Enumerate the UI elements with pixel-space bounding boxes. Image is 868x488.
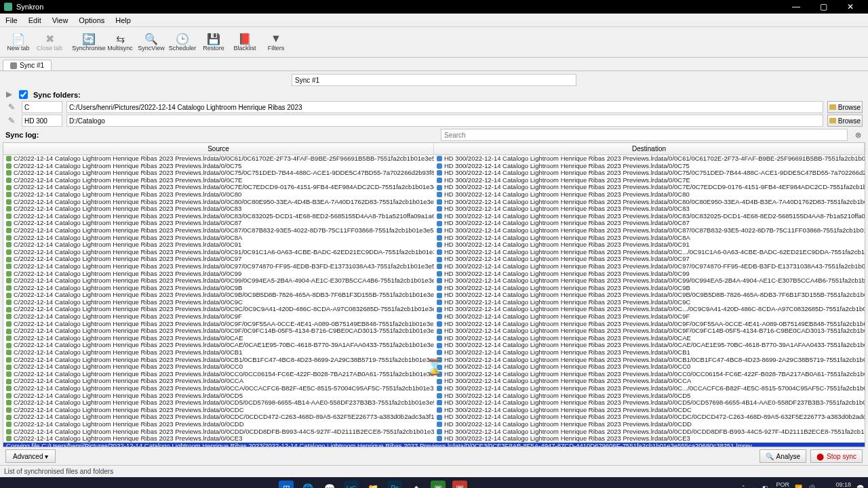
syncview-button[interactable]: 🔍SyncView xyxy=(136,27,167,58)
table-row[interactable]: C/2022-12-14 Catalogo Lightroom Henrique… xyxy=(3,177,865,184)
folder1-browse-button[interactable]: Browse xyxy=(827,101,863,113)
edit-icon[interactable]: ✎ xyxy=(5,102,18,112)
synchronise-button[interactable]: 🔄Synchronise xyxy=(73,27,104,58)
taskbar-lrc-icon[interactable]: LrC xyxy=(344,481,359,488)
menu-options[interactable]: Options xyxy=(73,16,110,24)
newtab-button[interactable]: 📄New tab xyxy=(3,27,34,58)
closetab-button[interactable]: ✖Close tab xyxy=(34,27,65,58)
table-row[interactable]: C/2022-12-14 Catalogo Lightroom Henrique… xyxy=(3,277,865,285)
table-row[interactable]: C/2022-12-14 Catalogo Lightroom Henrique… xyxy=(3,378,865,385)
analyse-button[interactable]: 🔍Analyse xyxy=(760,449,807,463)
filters-button[interactable]: ▼Filters xyxy=(260,27,292,58)
table-row[interactable]: C/2022-12-14 Catalogo Lightroom Henrique… xyxy=(3,184,865,191)
table-row[interactable]: C/2022-12-14 Catalogo Lightroom Henrique… xyxy=(3,205,865,213)
menu-file[interactable]: File xyxy=(0,16,23,24)
folder1-label-input[interactable] xyxy=(22,101,62,113)
table-row[interactable]: C/2022-12-14 Catalogo Lightroom Henrique… xyxy=(3,285,865,292)
stopsync-button[interactable]: ⬤Stop sync xyxy=(810,449,863,463)
edit-icon[interactable]: ✎ xyxy=(5,116,18,125)
taskbar-app1-icon[interactable]: ◆ xyxy=(409,481,424,488)
table-row[interactable]: C/2022-12-14 Catalogo Lightroom Henrique… xyxy=(3,270,865,278)
table-row[interactable]: C/2022-12-14 Catalogo Lightroom Henrique… xyxy=(3,342,865,349)
close-button[interactable]: ✕ xyxy=(837,2,864,12)
table-row[interactable]: C/2022-12-14 Catalogo Lightroom Henrique… xyxy=(3,227,865,235)
clear-search-icon[interactable]: ⊗ xyxy=(853,131,863,140)
syncfolders-checkbox[interactable] xyxy=(19,90,28,99)
tray-icon[interactable]: ◧ xyxy=(762,485,768,488)
col-destination[interactable]: Destination xyxy=(434,143,865,155)
expand-arrow-icon[interactable]: ⯈ xyxy=(5,91,14,99)
toolbar: 📄New tab ✖Close tab 🔄Synchronise ⇆Multis… xyxy=(0,27,868,58)
tray-wifi-icon[interactable]: 📶 xyxy=(795,485,802,488)
taskbar-start-icon[interactable]: ⊞ xyxy=(279,481,294,488)
tray-lang[interactable]: POR PTB2 xyxy=(774,481,789,488)
taskbar-ps-icon[interactable]: Ps xyxy=(387,481,402,488)
table-row[interactable]: C/2022-12-14 Catalogo Lightroom Henrique… xyxy=(3,371,865,378)
table-row[interactable]: C/2022-12-14 Catalogo Lightroom Henrique… xyxy=(3,399,865,407)
table-row[interactable]: C/2022-12-14 Catalogo Lightroom Henrique… xyxy=(3,357,865,364)
restore-button[interactable]: 💾Restore xyxy=(198,27,229,58)
minimize-button[interactable]: ― xyxy=(783,2,810,12)
advanced-button[interactable]: Advanced ▾ xyxy=(5,449,56,463)
status-text: List of synchronised files and folders xyxy=(4,468,113,475)
table-row[interactable]: C/2022-12-14 Catalogo Lightroom Henrique… xyxy=(3,435,865,443)
blacklist-button[interactable]: 📕Blacklist xyxy=(229,27,260,58)
table-row[interactable]: C/2022-12-14 Catalogo Lightroom Henrique… xyxy=(3,313,865,321)
log-body[interactable]: C/2022-12-14 Catalogo Lightroom Henrique… xyxy=(3,155,865,447)
table-row[interactable]: C/2022-12-14 Catalogo Lightroom Henrique… xyxy=(3,392,865,400)
table-row[interactable]: C/2022-12-14 Catalogo Lightroom Henrique… xyxy=(3,299,865,306)
folder1-path-input[interactable] xyxy=(66,101,823,113)
restore-icon: 💾 xyxy=(207,33,220,45)
taskbar-app3-icon[interactable]: ▣ xyxy=(452,481,467,488)
table-row[interactable]: C/2022-12-14 Catalogo Lightroom Henrique… xyxy=(3,191,865,199)
search-input[interactable] xyxy=(441,129,848,141)
table-row[interactable]: C/2022-12-14 Catalogo Lightroom Henrique… xyxy=(3,321,865,328)
table-row[interactable]: C/2022-12-14 Catalogo Lightroom Henrique… xyxy=(3,413,865,421)
table-row[interactable]: C/2022-12-14 Catalogo Lightroom Henrique… xyxy=(3,249,865,256)
tray-cloud-icon[interactable]: ☁ xyxy=(751,485,757,488)
menu-help[interactable]: Help xyxy=(110,16,136,24)
tray-volume-icon[interactable]: 🔊 xyxy=(808,485,815,488)
tray-chevron-icon[interactable]: ˄ xyxy=(742,485,745,488)
table-row[interactable]: C/2022-12-14 Catalogo Lightroom Henrique… xyxy=(3,421,865,428)
tray-notification-icon[interactable]: 💬 xyxy=(856,485,864,488)
table-row[interactable]: C/2022-12-14 Catalogo Lightroom Henrique… xyxy=(3,220,865,227)
table-row[interactable]: C/2022-12-14 Catalogo Lightroom Henrique… xyxy=(3,155,865,163)
table-row[interactable]: C/2022-12-14 Catalogo Lightroom Henrique… xyxy=(3,349,865,357)
table-row[interactable]: C/2022-12-14 Catalogo Lightroom Henrique… xyxy=(3,291,865,299)
folder2-path-input[interactable] xyxy=(66,115,823,127)
table-row[interactable]: C/2022-12-14 Catalogo Lightroom Henrique… xyxy=(3,169,865,177)
table-row[interactable]: C/2022-12-14 Catalogo Lightroom Henrique… xyxy=(3,199,865,206)
taskbar-explorer-icon[interactable]: 📁 xyxy=(366,481,380,488)
folder2-browse-button[interactable]: Browse xyxy=(827,115,863,127)
scheduler-button[interactable]: 🕒Scheduler xyxy=(167,27,198,58)
table-row[interactable]: C/2022-12-14 Catalogo Lightroom Henrique… xyxy=(3,363,865,371)
dest-file-icon xyxy=(437,178,442,183)
table-row[interactable]: C/2022-12-14 Catalogo Lightroom Henrique… xyxy=(3,235,865,242)
col-source[interactable]: Source xyxy=(3,143,434,155)
table-row[interactable]: C/2022-12-14 Catalogo Lightroom Henrique… xyxy=(3,335,865,342)
app-icon xyxy=(4,3,12,11)
table-row[interactable]: C/2022-12-14 Catalogo Lightroom Henrique… xyxy=(3,241,865,249)
table-row[interactable]: C/2022-12-14 Catalogo Lightroom Henrique… xyxy=(3,407,865,414)
table-row[interactable]: C/2022-12-14 Catalogo Lightroom Henrique… xyxy=(3,256,865,263)
taskbar-edge-icon[interactable]: 🌐 xyxy=(300,481,315,488)
table-row[interactable]: C/2022-12-14 Catalogo Lightroom Henrique… xyxy=(3,213,865,220)
menu-view[interactable]: View xyxy=(47,16,74,24)
table-row[interactable]: C/2022-12-14 Catalogo Lightroom Henrique… xyxy=(3,263,865,270)
taskbar-whatsapp-icon[interactable]: 💬 xyxy=(322,481,337,488)
tab-sync1[interactable]: Sync #1 xyxy=(3,60,52,70)
table-row[interactable]: C/2022-12-14 Catalogo Lightroom Henrique… xyxy=(3,306,865,313)
table-row[interactable]: C/2022-12-14 Catalogo Lightroom Henrique… xyxy=(3,385,865,392)
folder2-label-input[interactable] xyxy=(22,115,62,127)
table-row[interactable]: C/2022-12-14 Catalogo Lightroom Henrique… xyxy=(3,428,865,436)
tabname-input[interactable] xyxy=(292,74,576,86)
menu-edit[interactable]: Edit xyxy=(23,16,47,24)
multisync-button[interactable]: ⇆Multisync xyxy=(104,27,136,58)
tray-clock[interactable]: 09:18 31/03/2023 xyxy=(821,481,851,488)
maximize-button[interactable]: ▢ xyxy=(810,2,837,12)
taskbar-app2-icon[interactable]: ▣ xyxy=(431,481,446,488)
table-row[interactable]: C/2022-12-14 Catalogo Lightroom Henrique… xyxy=(3,327,865,335)
system-tray[interactable]: ˄ ☁ ◧ POR PTB2 📶 🔊 09:18 31/03/2023 💬 xyxy=(742,481,864,488)
table-row[interactable]: C/2022-12-14 Catalogo Lightroom Henrique… xyxy=(3,163,865,170)
